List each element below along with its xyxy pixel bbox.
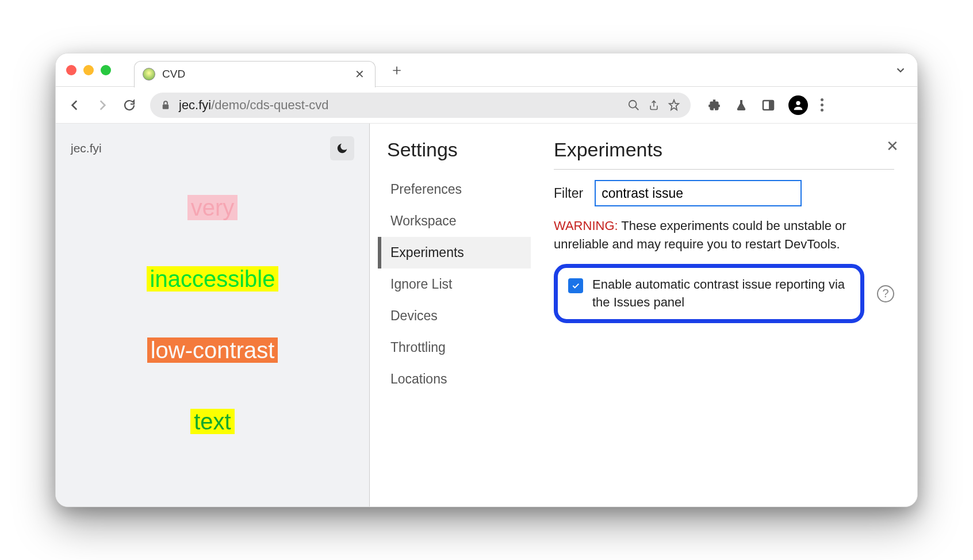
share-icon[interactable] — [648, 99, 660, 112]
browser-toolbar: jec.fyi/demo/cds-quest-cvd — [56, 87, 917, 124]
maximize-window-button[interactable] — [101, 65, 111, 75]
content-area: jec.fyi very inaccessible low-contrast t… — [56, 124, 917, 507]
experiment-checkbox[interactable] — [568, 278, 583, 293]
help-icon[interactable]: ? — [877, 285, 894, 302]
devtools-settings-panel: ✕ Settings Preferences Workspace Experim… — [370, 124, 917, 507]
bookmark-star-icon[interactable] — [668, 99, 680, 112]
settings-sidebar: Settings Preferences Workspace Experimen… — [387, 139, 531, 507]
demo-words: very inaccessible low-contrast text — [71, 195, 354, 434]
browser-tab[interactable]: CVD ✕ — [134, 61, 376, 87]
window-controls — [66, 65, 111, 75]
warning-text: WARNING: These experiments could be unst… — [554, 217, 894, 254]
nav-item-locations[interactable]: Locations — [378, 363, 531, 395]
nav-item-preferences[interactable]: Preferences — [378, 174, 531, 205]
extensions-icon[interactable] — [707, 98, 722, 113]
svg-point-1 — [629, 100, 637, 108]
back-button[interactable] — [67, 98, 85, 113]
experiment-highlight: Enable automatic contrast issue reportin… — [554, 264, 864, 324]
svg-point-5 — [796, 101, 800, 105]
zoom-icon[interactable] — [627, 99, 640, 112]
new-tab-button[interactable]: ＋ — [389, 60, 404, 80]
dark-mode-toggle[interactable] — [330, 136, 354, 160]
webpage-pane: jec.fyi very inaccessible low-contrast t… — [56, 124, 370, 507]
address-bar[interactable]: jec.fyi/demo/cds-quest-cvd — [150, 93, 691, 118]
nav-item-workspace[interactable]: Workspace — [378, 205, 531, 237]
forward-button[interactable] — [95, 98, 112, 113]
filter-input[interactable] — [595, 180, 802, 206]
nav-item-experiments[interactable]: Experiments — [378, 237, 531, 269]
tab-title: CVD — [162, 68, 348, 80]
demo-word: low-contrast — [147, 337, 278, 363]
reload-button[interactable] — [122, 98, 140, 112]
minimize-window-button[interactable] — [83, 65, 94, 75]
browser-menu-button[interactable] — [821, 98, 823, 112]
profile-avatar[interactable] — [788, 95, 808, 115]
tab-strip: CVD ✕ ＋ — [56, 53, 917, 87]
browser-window: CVD ✕ ＋ jec.fyi/demo/cds-quest-cvd — [55, 53, 918, 507]
url-text: jec.fyi/demo/cds-quest-cvd — [179, 98, 328, 113]
favicon-icon — [143, 68, 155, 80]
side-panel-icon[interactable] — [761, 98, 776, 112]
lock-icon — [160, 99, 171, 111]
panel-title: Experiments — [554, 139, 894, 170]
close-settings-button[interactable]: ✕ — [886, 137, 899, 155]
nav-item-throttling[interactable]: Throttling — [378, 332, 531, 363]
experiment-label: Enable automatic contrast issue reportin… — [592, 276, 850, 312]
settings-main: Experiments Filter WARNING: These experi… — [554, 139, 900, 507]
svg-rect-4 — [769, 101, 773, 110]
page-brand: jec.fyi — [71, 141, 102, 155]
svg-line-2 — [635, 106, 639, 110]
nav-item-ignore-list[interactable]: Ignore List — [378, 269, 531, 300]
tab-list-chevron-icon[interactable] — [894, 64, 907, 76]
settings-title: Settings — [387, 139, 531, 161]
svg-rect-0 — [163, 104, 169, 109]
close-tab-button[interactable]: ✕ — [355, 67, 365, 81]
filter-label: Filter — [554, 186, 583, 201]
check-icon — [571, 281, 580, 290]
toolbar-right — [707, 95, 823, 115]
nav-item-devices[interactable]: Devices — [378, 300, 531, 332]
demo-word: text — [190, 409, 234, 434]
demo-word: inaccessible — [147, 266, 279, 291]
demo-word: very — [187, 195, 238, 220]
labs-icon[interactable] — [734, 98, 748, 113]
close-window-button[interactable] — [66, 65, 76, 75]
moon-icon — [336, 142, 348, 155]
